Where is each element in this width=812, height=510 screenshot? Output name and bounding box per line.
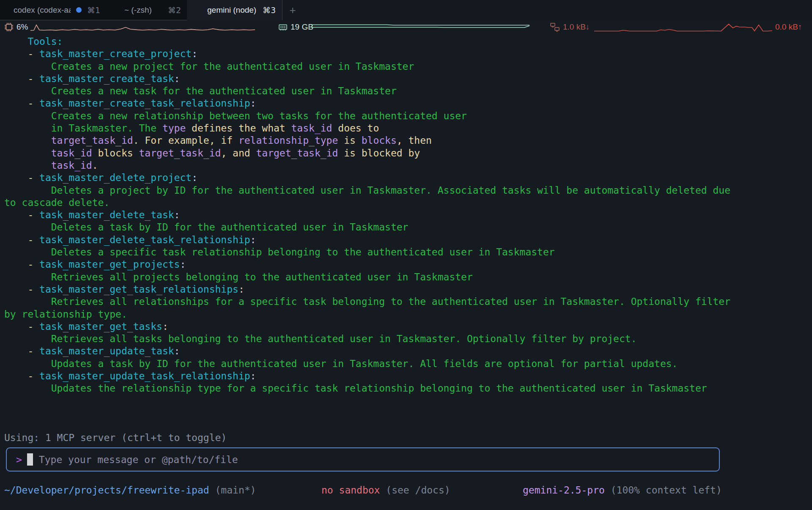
terminal-line: Updates a task by ID for the authenticat… <box>4 358 808 370</box>
network-up-stat: 0.0 kB↑ <box>775 20 802 34</box>
terminal-line: task_id blocks target_task_id, and targe… <box>4 147 808 159</box>
model-name: gemini-2.5-pro <box>523 485 605 496</box>
memory-icon <box>278 22 288 32</box>
cpu-stat: 6% <box>4 20 28 34</box>
terminal-line: task_id. <box>4 159 808 172</box>
sandbox-label: no sandbox <box>321 485 380 496</box>
terminal-line: - task_master_get_projects: <box>4 258 808 271</box>
memory-stat: 19 GB <box>278 20 313 34</box>
terminal-line: Deletes a project by ID for the authenti… <box>4 184 808 197</box>
network-sparkline <box>594 22 773 32</box>
terminal-line: - task_master_create_task_relationship: <box>4 97 808 110</box>
terminal-line: Creates a new relationship between two t… <box>4 110 808 122</box>
network-down-stat: 1.0 kB↓ <box>550 20 590 34</box>
cpu-sparkline <box>30 22 255 32</box>
inactive-tab-group: codex (codex-aar... ⌘1 ~ (-zsh) ⌘2 <box>0 0 187 20</box>
system-status-bar: 6% 19 GB <box>0 20 812 34</box>
model-status: gemini-2.5-pro (100% context left) <box>523 485 722 496</box>
terminal-line: Retrieves all projects belonging to the … <box>4 271 808 283</box>
terminal-line: - task_master_get_task_relationships: <box>4 283 808 296</box>
tab-label: codex (codex-aar... <box>14 5 71 15</box>
terminal-output: Tools: - task_master_create_project: Cre… <box>0 36 812 395</box>
terminal-window: codex (codex-aar... ⌘1 ~ (-zsh) ⌘2 gemin… <box>0 0 812 510</box>
mcp-status-line: Using: 1 MCP server (ctrl+t to toggle) <box>4 432 227 443</box>
terminal-line: - task_master_delete_task: <box>4 209 808 221</box>
terminal-line: - task_master_create_project: <box>4 48 808 60</box>
tab-label: gemini (node) <box>207 5 256 15</box>
terminal-line: Creates a new task for the authenticated… <box>4 85 808 97</box>
tab-gemini-active[interactable]: gemini (node) ⌘3 <box>187 0 283 20</box>
sandbox-status: no sandbox (see /docs) <box>321 485 450 496</box>
terminal-line: in Taskmaster. The type defines the what… <box>4 122 808 134</box>
terminal-line: to cascade delete. <box>4 197 808 209</box>
terminal-line: - task_master_create_task: <box>4 73 808 85</box>
terminal-line: - task_master_get_tasks: <box>4 321 808 333</box>
memory-sparkline <box>311 22 530 32</box>
terminal-line: - task_master_delete_task_relationship: <box>4 234 808 246</box>
terminal-line: - task_master_update_task_relationship: <box>4 370 808 382</box>
tab-shortcut: ⌘3 <box>263 5 276 15</box>
cpu-chip-icon <box>4 22 14 32</box>
terminal-line: target_task_id. For example, if relation… <box>4 134 808 147</box>
tab-shortcut: ⌘1 <box>87 5 100 15</box>
terminal-line: - task_master_delete_project: <box>4 172 808 184</box>
activity-dot-icon <box>76 7 82 13</box>
prompt-chevron: > <box>16 454 22 465</box>
terminal-line: Retrieves all relationships for a specif… <box>4 296 808 308</box>
terminal-line: Updates the relationship type for a spec… <box>4 382 808 395</box>
terminal-line: Retrieves all tasks belonging to the aut… <box>4 333 808 345</box>
sandbox-note: (see /docs) <box>380 485 450 496</box>
network-up-value: 0.0 kB↑ <box>775 22 802 32</box>
tab-zsh[interactable]: ~ (-zsh) ⌘2 <box>118 0 187 20</box>
terminal-line: Tools: <box>4 36 808 48</box>
tab-label: ~ (-zsh) <box>124 5 152 15</box>
input-placeholder: Type your message or @path/to/file <box>39 454 238 465</box>
terminal-line: Deletes a specific task relationship bel… <box>4 246 808 258</box>
directory-path: ~/Developer/projects/freewrite-ipad <box>4 485 209 496</box>
git-branch: (main*) <box>209 485 256 496</box>
cli-footer: ~/Developer/projects/freewrite-ipad (mai… <box>0 485 812 497</box>
context-left: (100% context left) <box>605 485 722 496</box>
working-directory: ~/Developer/projects/freewrite-ipad (mai… <box>4 485 256 496</box>
memory-value: 19 GB <box>291 22 313 32</box>
network-down-value: 1.0 kB↓ <box>563 22 590 32</box>
text-cursor <box>27 453 33 466</box>
terminal-line: Deletes a task by ID for the authenticat… <box>4 221 808 233</box>
terminal-line: by relationship type. <box>4 308 808 321</box>
tab-shortcut: ⌘2 <box>168 5 181 15</box>
tab-codex[interactable]: codex (codex-aar... ⌘1 <box>0 0 118 20</box>
terminal-line: - task_master_update_task: <box>4 345 808 357</box>
cpu-value: 6% <box>16 22 28 32</box>
terminal-line: Creates a new project for the authentica… <box>4 60 808 73</box>
new-tab-button[interactable]: + <box>284 0 301 20</box>
tab-bar: codex (codex-aar... ⌘1 ~ (-zsh) ⌘2 gemin… <box>0 0 812 20</box>
message-input[interactable]: > Type your message or @path/to/file <box>6 447 720 472</box>
network-icon <box>550 22 560 32</box>
